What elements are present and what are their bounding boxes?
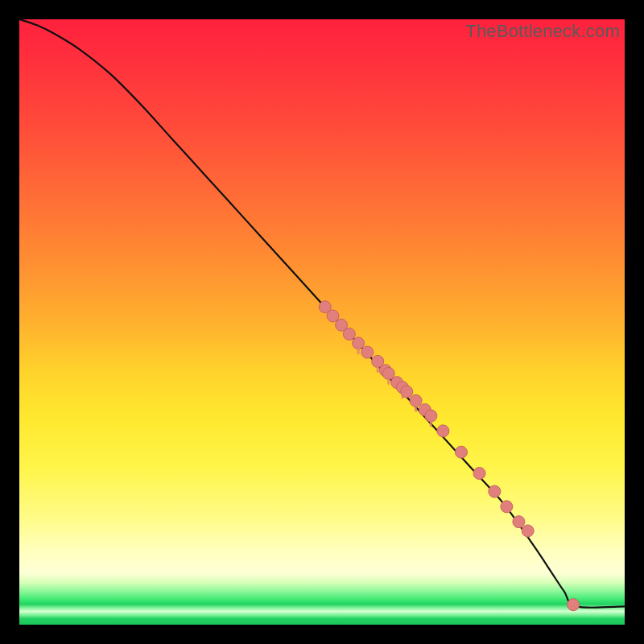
data-point-tail	[415, 405, 417, 412]
plot-area: TheBottleneck.com	[19, 19, 625, 625]
curve-group	[19, 19, 625, 608]
data-point-tail	[430, 420, 432, 427]
main-curve	[19, 19, 625, 608]
data-point-tail	[357, 347, 360, 354]
data-point	[522, 525, 534, 537]
data-point	[568, 599, 580, 611]
data-point-tail	[377, 365, 379, 373]
data-point	[513, 516, 525, 528]
scatter-points	[319, 301, 579, 611]
chart-stage: TheBottleneck.com	[0, 0, 644, 644]
data-point	[327, 310, 339, 322]
data-point	[489, 485, 501, 497]
data-point-tail	[387, 378, 390, 385]
curve-svg	[19, 19, 625, 625]
data-point	[437, 425, 449, 437]
data-point	[455, 446, 467, 458]
data-point	[343, 328, 355, 341]
data-point	[501, 501, 513, 513]
data-point	[361, 346, 374, 358]
data-point	[473, 468, 485, 480]
data-point	[401, 386, 413, 398]
